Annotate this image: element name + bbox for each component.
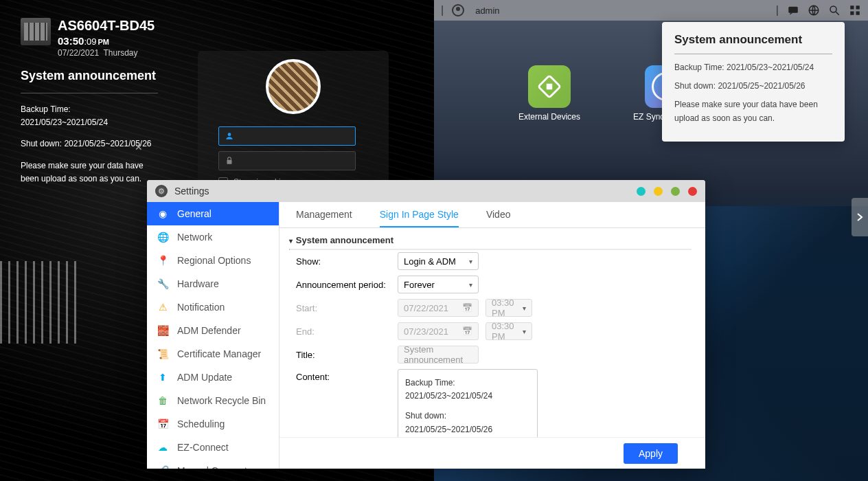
svg-rect-6 bbox=[850, 5, 854, 9]
select-show[interactable]: Login & ADM bbox=[398, 252, 479, 270]
settings-sidebar: ◉General 🌐Network 📍Regional Options 🔧Har… bbox=[147, 202, 279, 469]
window-controls bbox=[637, 187, 697, 196]
search-icon[interactable] bbox=[828, 4, 841, 16]
clock-ampm: PM bbox=[98, 38, 109, 46]
input-end-time: 03:30 PM bbox=[486, 322, 532, 340]
sidebar-item-network[interactable]: 🌐Network bbox=[147, 225, 279, 249]
apply-button[interactable]: Apply bbox=[624, 443, 678, 464]
sidebar-item-recycle[interactable]: 🗑Network Recycle Bin bbox=[147, 389, 279, 412]
input-end-date: 07/23/2021 bbox=[398, 322, 479, 340]
settings-tabs: Management Sign In Page Style Video bbox=[279, 202, 705, 228]
device-info: AS6604T-BD45 03:50:09PM 07/22/2021 Thurs… bbox=[58, 18, 155, 58]
desktop-icon-external-devices[interactable]: External Devices bbox=[515, 65, 584, 122]
avatar bbox=[266, 59, 321, 114]
username-input[interactable] bbox=[218, 126, 356, 146]
settings-footer: Apply bbox=[279, 437, 705, 469]
window-close-button[interactable] bbox=[688, 187, 697, 196]
nas-device-icon bbox=[21, 18, 51, 45]
settings-app-icon bbox=[155, 185, 168, 197]
label-start: Start: bbox=[296, 303, 398, 313]
select-period[interactable]: Forever bbox=[398, 276, 479, 293]
sidebar-item-ezconnect[interactable]: ☁EZ-Connect bbox=[147, 436, 279, 459]
window-titlebar[interactable]: Settings bbox=[147, 180, 705, 202]
tab-management[interactable]: Management bbox=[296, 202, 352, 227]
announcement-icon[interactable] bbox=[787, 4, 799, 16]
clock-ss: :09 bbox=[84, 36, 96, 47]
sidebar-item-defender[interactable]: 🧱ADM Defender bbox=[147, 319, 279, 342]
window-help-button[interactable] bbox=[637, 187, 646, 196]
svg-rect-9 bbox=[856, 12, 860, 15]
side-flyout-handle[interactable] bbox=[852, 198, 868, 236]
settings-content: Management Sign In Page Style Video Syst… bbox=[279, 202, 705, 469]
label-content: Content: bbox=[296, 369, 398, 382]
sidebar-item-regional[interactable]: 📍Regional Options bbox=[147, 249, 279, 272]
sidebar-item-notification[interactable]: ⚠Notification bbox=[147, 295, 279, 319]
chevron-right-icon bbox=[856, 212, 863, 222]
window-title: Settings bbox=[174, 186, 209, 197]
popup-title: System announcement bbox=[674, 33, 832, 47]
device-model: AS6604T-BD45 bbox=[58, 18, 155, 34]
login-card: Stay signed in bbox=[198, 51, 389, 201]
login-announcement: System announcement Backup Time: 2021/05… bbox=[21, 69, 158, 194]
svg-rect-2 bbox=[788, 7, 798, 13]
sidebar-item-manual-connect[interactable]: 🔗Manual Connect bbox=[147, 459, 279, 469]
label-title: Title: bbox=[296, 350, 398, 360]
textarea-content[interactable]: Backup Time: 2021/05/23~2021/05/24 Shut … bbox=[398, 369, 538, 437]
window-maximize-button[interactable] bbox=[671, 187, 680, 196]
label-period: Announcement period: bbox=[296, 280, 398, 290]
close-icon[interactable]: ✕ bbox=[135, 142, 143, 153]
svg-rect-8 bbox=[850, 12, 854, 15]
input-start-date: 07/22/2021 bbox=[398, 299, 479, 317]
sidebar-item-scheduling[interactable]: 📅Scheduling bbox=[147, 412, 279, 436]
label-end: End: bbox=[296, 326, 398, 337]
clock-hhmm: 03:50 bbox=[58, 35, 84, 47]
lock-icon bbox=[225, 156, 234, 166]
login-announcement-title: System announcement bbox=[21, 69, 158, 83]
announcement-popup: System announcement Backup Time: 2021/05… bbox=[662, 22, 845, 142]
sidebar-item-certificate[interactable]: 📜Certificate Manager bbox=[147, 342, 279, 366]
desktop-icon-label: External Devices bbox=[515, 112, 584, 122]
sidebar-item-general[interactable]: ◉General bbox=[147, 202, 279, 225]
svg-rect-1 bbox=[227, 160, 232, 164]
svg-rect-7 bbox=[856, 5, 860, 9]
input-start-time: 03:30 PM bbox=[486, 299, 532, 317]
svg-point-4 bbox=[830, 6, 836, 12]
svg-point-0 bbox=[228, 133, 231, 136]
taskbar: | admin | bbox=[434, 0, 868, 21]
user-icon bbox=[225, 131, 234, 141]
sidebar-item-update[interactable]: ⬆ADM Update bbox=[147, 366, 279, 389]
svg-line-5 bbox=[836, 12, 839, 15]
date-line: 07/22/2021 Thursday bbox=[58, 48, 155, 58]
dashboard-icon[interactable] bbox=[849, 4, 861, 16]
section-system-announcement[interactable]: System announcement bbox=[296, 235, 689, 245]
tab-video[interactable]: Video bbox=[486, 202, 511, 227]
clock: 03:50:09PM bbox=[58, 35, 155, 47]
globe-icon[interactable] bbox=[808, 4, 820, 16]
window-minimize-button[interactable] bbox=[654, 187, 663, 196]
label-show: Show: bbox=[296, 256, 398, 267]
password-input[interactable] bbox=[218, 151, 356, 170]
sidebar-item-hardware[interactable]: 🔧Hardware bbox=[147, 272, 279, 295]
taskbar-username[interactable]: admin bbox=[475, 5, 499, 16]
external-devices-icon bbox=[538, 75, 561, 98]
svg-rect-11 bbox=[547, 84, 553, 90]
user-avatar-icon[interactable] bbox=[452, 4, 464, 16]
input-title[interactable]: System announcement bbox=[398, 346, 479, 363]
tab-sign-in-page-style[interactable]: Sign In Page Style bbox=[380, 202, 459, 227]
settings-window: Settings ◉General 🌐Network 📍Regional Opt… bbox=[147, 180, 705, 469]
